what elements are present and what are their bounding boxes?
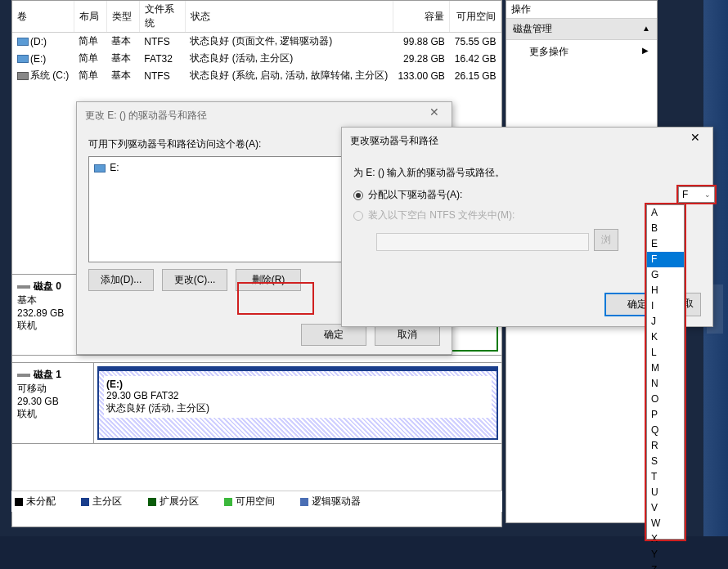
dropdown-option[interactable]: S: [647, 454, 684, 469]
chevron-down-icon: ⌄: [704, 190, 711, 199]
dropdown-option[interactable]: K: [647, 329, 684, 345]
dropdown-option[interactable]: G: [647, 267, 684, 283]
volume-icon: [17, 38, 29, 46]
dropdown-option[interactable]: J: [647, 314, 684, 329]
radio-assign-letter[interactable]: 分配以下驱动器号(A):: [353, 188, 701, 202]
dropdown-option[interactable]: V: [647, 500, 684, 516]
drive-icon: [94, 164, 106, 172]
dropdown-option[interactable]: Y: [647, 547, 684, 562]
dialog-title: 更改 E: () 的驱动器号和路径 ✕: [77, 102, 452, 129]
col-fs[interactable]: 文件系统: [139, 1, 185, 33]
volume-icon: [17, 55, 29, 63]
close-button[interactable]: ✕: [683, 131, 708, 147]
disk-label: 磁盘 1 可移动 29.30 GB 联机: [12, 363, 94, 443]
swatch-free: [224, 498, 232, 506]
partition-e[interactable]: (E:) 29.30 GB FAT32 状态良好 (活动, 主分区): [97, 366, 498, 440]
swatch-unalloc: [15, 498, 23, 506]
swatch-logical: [300, 498, 308, 506]
dropdown-option[interactable]: I: [647, 298, 684, 314]
cancel-button[interactable]: 取消: [375, 324, 440, 346]
drive-letter-combo[interactable]: F ⌄: [678, 186, 715, 203]
swatch-extended: [148, 498, 156, 506]
dropdown-option[interactable]: R: [647, 438, 684, 454]
swatch-primary: [81, 498, 89, 506]
actions-category[interactable]: 磁盘管理 ▲: [506, 19, 657, 40]
add-button[interactable]: 添加(D)...: [88, 269, 154, 291]
col-volume[interactable]: 卷: [12, 1, 74, 33]
col-type[interactable]: 类型: [106, 1, 139, 33]
legend: 未分配 主分区 扩展分区 可用空间 逻辑驱动器: [11, 491, 502, 512]
table-row[interactable]: 系统 (C:) 简单 基本 NTFS 状态良好 (系统, 启动, 活动, 故障转…: [12, 67, 501, 84]
disk-icon: [17, 374, 30, 377]
dropdown-option[interactable]: X: [647, 531, 684, 547]
dropdown-option[interactable]: E: [647, 236, 684, 252]
dropdown-option[interactable]: A: [647, 205, 684, 221]
col-cap[interactable]: 容量: [393, 1, 449, 33]
change-button[interactable]: 更改(C)...: [162, 269, 227, 291]
dropdown-option[interactable]: N: [647, 376, 684, 392]
col-status[interactable]: 状态: [185, 1, 393, 33]
remove-button[interactable]: 删除(R): [236, 269, 301, 291]
actions-header: 操作: [506, 1, 657, 19]
table-row[interactable]: (D:) 简单 基本 NTFS 状态良好 (页面文件, 逻辑驱动器) 99.88…: [12, 33, 501, 51]
dropdown-option[interactable]: B: [647, 221, 684, 236]
actions-more[interactable]: 更多操作 ▶: [506, 40, 657, 64]
dropdown-option[interactable]: F: [647, 252, 684, 267]
dropdown-option[interactable]: Q: [647, 423, 684, 438]
dialog-title: 更改驱动器号和路径 ✕: [342, 128, 712, 155]
dropdown-option[interactable]: L: [647, 345, 684, 361]
dialog-prompt: 为 E: () 输入新的驱动器号或路径。: [353, 166, 701, 180]
col-free[interactable]: 可用空间: [450, 1, 501, 33]
dropdown-option[interactable]: W: [647, 516, 684, 531]
radio-icon: [353, 211, 363, 221]
dropdown-option[interactable]: H: [647, 283, 684, 298]
radio-icon: [353, 190, 363, 200]
browse-button: 浏: [594, 229, 618, 251]
dropdown-option[interactable]: O: [647, 392, 684, 407]
dropdown-option[interactable]: T: [647, 469, 684, 485]
dropdown-option[interactable]: U: [647, 485, 684, 500]
ok-button[interactable]: 确定: [301, 324, 366, 346]
folder-path-input: [376, 233, 589, 251]
dropdown-option[interactable]: Z: [647, 562, 684, 569]
close-button[interactable]: ✕: [422, 105, 447, 122]
chevron-right-icon: ▶: [642, 46, 649, 55]
disk-row-1[interactable]: 磁盘 1 可移动 29.30 GB 联机 (E:) 29.30 GB FAT32…: [11, 362, 502, 444]
col-layout[interactable]: 布局: [74, 1, 106, 33]
disk-icon: [17, 285, 30, 289]
taskbar[interactable]: [0, 536, 728, 569]
volume-table[interactable]: 卷 布局 类型 文件系统 状态 容量 可用空间 (D:) 简单 基本 NTFS …: [12, 1, 501, 84]
drive-letter-dropdown[interactable]: ABEFGHIJKLMNOPQRSTUVWXYZ: [646, 204, 685, 540]
dropdown-option[interactable]: M: [647, 361, 684, 376]
dropdown-option[interactable]: P: [647, 407, 684, 423]
table-row[interactable]: (E:) 简单 基本 FAT32 状态良好 (活动, 主分区) 29.28 GB…: [12, 50, 501, 67]
collapse-icon: ▲: [642, 24, 650, 33]
volume-icon: [17, 72, 29, 80]
